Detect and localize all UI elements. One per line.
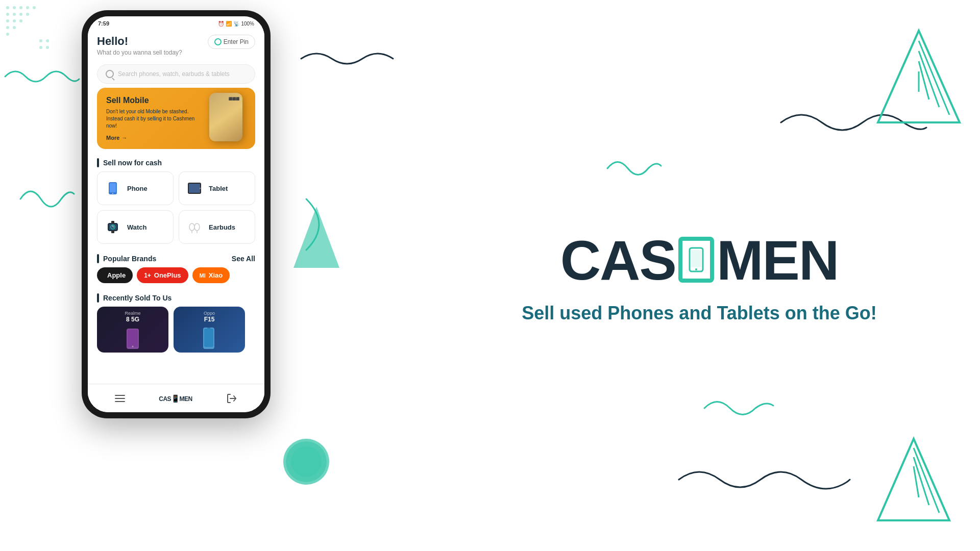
svg-rect-40 [111,221,114,223]
svg-point-14 [6,33,9,36]
brand-logo: CAS MEN [560,228,839,292]
right-panel: CAS MEN Sell used Phones and Tablets on … [419,0,980,551]
realme-model: 8 5G [125,316,140,323]
triangle-center-left [291,204,342,270]
svg-point-34 [112,193,113,194]
banner-description: Don't let your old Mobile be stashed. In… [106,108,198,130]
brand-apple[interactable]: Apple [97,267,133,283]
squiggle-top-left [0,61,82,92]
nav-home[interactable]: CAS📱MEN [159,394,192,403]
squiggle-top-center [296,46,398,71]
svg-point-7 [19,13,22,16]
section-bar-sold [97,293,99,303]
svg-point-17 [39,46,42,49]
svg-point-3 [26,6,29,9]
sell-banner[interactable]: Sell Mobile Don't let your old Mobile be… [97,88,255,149]
logout-icon [226,393,237,404]
logo-men: MEN [717,228,838,292]
status-battery: 100% [241,21,254,27]
status-clock-icon: ⏰ [218,21,224,27]
realme-label: Realme 8 5G [125,311,140,323]
recently-sold-header: Recently Sold To Us [88,288,264,307]
svg-rect-33 [110,183,116,192]
watch-icon [104,218,122,236]
green-circle-blob [278,434,334,490]
section-bar-accent [97,158,99,167]
svg-point-12 [6,26,9,29]
phone-label: Phone [127,185,148,192]
enter-pin-button[interactable]: Enter Pin [208,35,255,49]
svg-point-28 [283,439,329,485]
greeting-title: Hello! [97,35,182,48]
brand-tagline: Sell used Phones and Tablets on the Go! [522,303,876,324]
svg-rect-57 [691,250,701,267]
sold-card-oppo[interactable]: Oppo F15 [174,307,245,353]
tablet-icon [185,179,204,197]
search-placeholder: Search phones, watch, earbuds & tablets [118,70,230,78]
greeting: Hello! What do you wanna sell today? [97,35,182,56]
oneplus-icon: 1+ [144,272,151,279]
xiaomi-icon: MI [200,272,206,279]
phone-frame: 7:59 ⏰ 📶 📡 100% Hello! What do you wanna… [82,10,271,418]
svg-point-51 [132,346,134,347]
status-time: 7:59 [98,20,109,27]
sell-now-section-header: Sell now for cash [88,153,264,171]
nav-logout[interactable] [226,393,237,404]
half-circle-left [276,194,337,255]
svg-point-2 [19,6,22,9]
see-all-button[interactable]: See All [232,255,255,263]
search-bar[interactable]: Search phones, watch, earbuds & tablets [97,64,255,84]
svg-point-37 [200,188,201,189]
bottom-nav: CAS📱MEN [88,384,264,409]
svg-point-18 [46,46,49,49]
earbuds-icon [185,218,204,236]
screen-content: Hello! What do you wanna sell today? Ent… [88,29,264,409]
app-header: Hello! What do you wanna sell today? Ent… [88,29,264,60]
svg-point-16 [46,39,49,42]
svg-rect-36 [189,184,200,193]
brand-text-men: MEN [180,395,192,403]
phone-icon [104,179,122,197]
category-watch[interactable]: Watch [97,210,174,244]
brand-icon-box: 📱 [171,394,180,403]
squiggle-left-mid [15,179,77,219]
svg-rect-54 [207,328,210,329]
category-phone[interactable]: Phone [97,171,174,205]
brands-list: Apple 1+ OnePlus MI Xiao [88,267,264,288]
sell-now-title: Sell now for cash [103,159,162,167]
greeting-subtitle: What do you wanna sell today? [97,49,182,56]
category-tablet[interactable]: Tablet [179,171,255,205]
enter-pin-label: Enter Pin [224,38,249,45]
category-grid: Phone Tablet Watch [88,171,264,249]
nav-menu[interactable] [115,395,125,402]
oppo-brand: Oppo [204,311,215,316]
recently-sold-title: Recently Sold To Us [103,294,172,302]
nav-brand-logo: CAS📱MEN [159,394,192,403]
hamburger-icon [115,395,125,402]
phone-illustration [209,93,242,141]
logo-phone-svg [689,247,704,272]
svg-point-0 [6,6,9,9]
oppo-label: Oppo F15 [204,311,215,323]
brand-oneplus[interactable]: 1+ OnePlus [137,267,188,283]
svg-point-8 [26,13,29,16]
realme-brand: Realme [125,311,140,316]
svg-point-46 [194,223,200,231]
category-earbuds[interactable]: Earbuds [179,210,255,244]
svg-point-6 [13,13,16,16]
svg-point-58 [695,268,697,270]
earbuds-label: Earbuds [209,223,235,231]
apple-label: Apple [107,271,126,279]
sold-card-realme[interactable]: Realme 8 5G [97,307,168,353]
svg-point-13 [13,26,16,29]
banner-phone-image [209,93,250,144]
tablet-label: Tablet [209,185,228,192]
realme-phone-image [117,326,148,352]
popular-brands-header: Popular Brands See All [88,249,264,267]
svg-marker-31 [293,207,339,268]
dots-decoration [5,5,51,51]
svg-point-4 [33,6,36,9]
brand-xiaomi[interactable]: MI Xiao [192,267,230,283]
search-icon [106,70,114,78]
status-sim: 📶 [226,21,232,27]
